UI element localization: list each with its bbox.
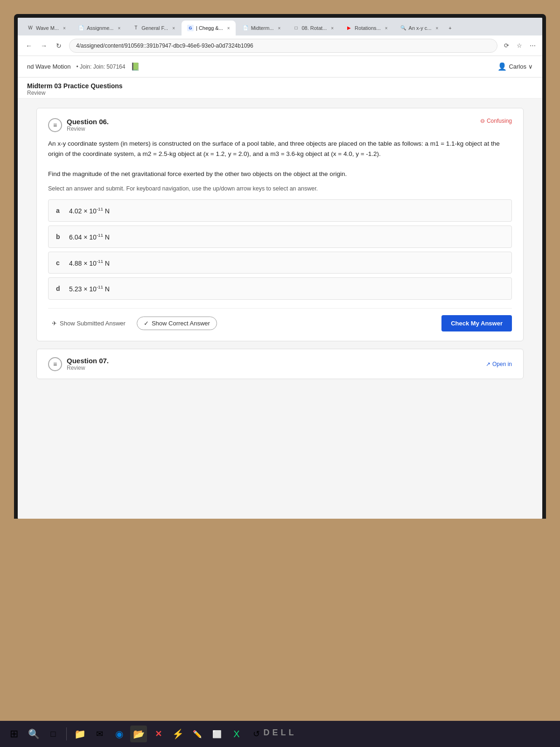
tab-midterm-close[interactable]: × xyxy=(278,26,281,31)
question-06-body: An x-y coordinate system (in meters) is … xyxy=(48,139,512,179)
confusing-badge[interactable]: ⊖ Confusing xyxy=(480,118,512,124)
forward-button[interactable]: → xyxy=(37,39,50,52)
taskbar-search-icon[interactable]: 🔍 xyxy=(25,726,42,742)
tab-wave-close[interactable]: × xyxy=(63,26,66,31)
answer-options: a 4.02 × 10-11 N b 6.04 × 10-11 N xyxy=(48,199,512,300)
question-06-card: ≡ Question 06. Review ⊖ Confusing xyxy=(36,108,524,341)
nav-buttons: ← → ↻ xyxy=(22,39,65,52)
tab-rotat1-label: 08. Rotat... xyxy=(301,25,327,31)
taskbar-folder-icon[interactable]: 📂 xyxy=(130,726,147,742)
question-title-area: ≡ Question 06. Review xyxy=(48,118,109,132)
tab-rotat2[interactable]: ▶ Rotations... × xyxy=(340,21,393,35)
taskbar-windows-icon[interactable]: ⊞ xyxy=(6,726,22,742)
submitted-icon: ✈ xyxy=(52,320,57,327)
address-bar[interactable]: 4/assigned/content/910569::391b7947-dbc9… xyxy=(69,39,497,53)
main-content: ≡ Question 06. Review ⊖ Confusing xyxy=(18,99,542,519)
question-07-icon: ≡ xyxy=(48,357,62,371)
answer-text-a: 4.02 × 10-11 N xyxy=(69,206,110,215)
taskbar-edge-icon[interactable]: ◉ xyxy=(111,726,127,742)
taskbar-refresh-icon[interactable]: ↺ xyxy=(248,726,265,742)
breadcrumb-subtitle: Review xyxy=(27,90,533,96)
tab-rotat1[interactable]: □ 08. Rotat... × xyxy=(287,21,339,35)
show-correct-button[interactable]: ✓ Show Correct Answer xyxy=(137,317,217,330)
tab-assign-label: Assignme... xyxy=(87,25,113,31)
back-button[interactable]: ← xyxy=(22,39,35,52)
new-tab-btn[interactable]: + xyxy=(445,21,459,35)
answer-option-d[interactable]: d 5.23 × 10-11 N xyxy=(48,277,512,300)
settings-icon[interactable]: ⋯ xyxy=(527,41,538,51)
browser-icons: ⟳ ☆ ⋯ xyxy=(501,41,538,51)
question-instruction: Select an answer and submit. For keyboar… xyxy=(48,185,512,192)
rotat1-favicon: □ xyxy=(293,25,299,31)
tab-chegg-close[interactable]: × xyxy=(227,26,230,31)
user-menu[interactable]: 👤 Carlos ∨ xyxy=(497,62,533,71)
check-answer-button[interactable]: Check My Answer xyxy=(441,315,512,331)
taskbar-x-icon[interactable]: ✕ xyxy=(150,726,167,742)
tab-chegg[interactable]: G | Chegg &... × xyxy=(182,21,236,35)
tab-general[interactable]: T General F... × xyxy=(127,21,181,35)
question-07-title-group: Question 07. Review xyxy=(67,357,109,371)
question-06-header: ≡ Question 06. Review ⊖ Confusing xyxy=(48,118,512,132)
show-submitted-label: Show Submitted Answer xyxy=(60,320,126,327)
address-bar-row: ← → ↻ 4/assigned/content/910569::391b794… xyxy=(18,35,542,56)
site-header-right: 👤 Carlos ∨ xyxy=(497,62,533,71)
open-in-button[interactable]: ↗ Open in xyxy=(486,361,512,367)
tab-anxy-close[interactable]: × xyxy=(436,26,439,31)
answer-option-c[interactable]: c 4.88 × 10-11 N xyxy=(48,252,512,274)
answer-text-c: 4.88 × 10-11 N xyxy=(69,259,110,267)
tab-midterm[interactable]: 📄 Midterm... × xyxy=(237,21,287,35)
general-favicon: T xyxy=(133,25,139,31)
anxy-favicon: 🔍 xyxy=(400,25,406,31)
favorites-icon[interactable]: ☆ xyxy=(514,41,525,51)
tab-rotat2-label: Rotations... xyxy=(355,25,381,31)
tab-anxy-label: An x-y c... xyxy=(409,25,432,31)
open-in-icon: ↗ xyxy=(486,361,490,367)
taskbar-office-icon[interactable]: ⬜ xyxy=(209,726,225,742)
taskbar-files-icon[interactable]: 📁 xyxy=(71,726,88,742)
question-07-left: ≡ Question 07. Review xyxy=(48,357,109,371)
question-body-p2: Find the magnitude of the net gravitatio… xyxy=(48,169,512,179)
tab-midterm-label: Midterm... xyxy=(251,25,274,31)
answer-letter-d: d xyxy=(56,285,63,292)
wave-favicon: W xyxy=(27,25,34,31)
tab-general-close[interactable]: × xyxy=(172,26,175,31)
site-header-left: nd Wave Motion • Join: Join: 507164 📗 xyxy=(27,62,140,71)
tab-wave-label: Wave M... xyxy=(36,25,59,31)
address-text: 4/assigned/content/910569::391b7947-dbc9… xyxy=(76,42,253,49)
taskbar-mail-icon[interactable]: ✉ xyxy=(91,726,108,742)
site-header: nd Wave Motion • Join: Join: 507164 📗 👤 … xyxy=(18,56,542,78)
tab-rotat2-close[interactable]: × xyxy=(385,26,388,31)
tab-wave[interactable]: W Wave M... × xyxy=(21,21,71,35)
join-info: • Join: Join: 507164 xyxy=(76,63,125,70)
question-07-card: ≡ Question 07. Review ↗ Open in xyxy=(36,349,524,379)
answer-option-a[interactable]: a 4.02 × 10-11 N xyxy=(48,199,512,222)
confusing-label: Confusing xyxy=(487,118,512,124)
taskbar-excel-icon[interactable]: X xyxy=(228,726,245,742)
open-in-label: Open in xyxy=(492,361,512,367)
show-correct-label: Show Correct Answer xyxy=(152,320,210,327)
refresh-button[interactable]: ↻ xyxy=(52,39,65,52)
extensions-icon[interactable]: ⟳ xyxy=(501,41,511,51)
tab-rotat1-close[interactable]: × xyxy=(331,26,334,31)
chegg-favicon: G xyxy=(187,25,194,31)
action-bar: ✈ Show Submitted Answer ✓ Show Correct A… xyxy=(48,308,512,331)
tab-anxy[interactable]: 🔍 An x-y c... × xyxy=(394,21,444,35)
rotat2-favicon: ▶ xyxy=(346,25,352,31)
user-chevron: ∨ xyxy=(528,63,533,70)
correct-check-icon: ✓ xyxy=(144,320,149,327)
answer-option-b[interactable]: b 6.04 × 10-11 N xyxy=(48,226,512,248)
taskbar-pen-icon[interactable]: ✏️ xyxy=(189,726,206,742)
confusing-icon: ⊖ xyxy=(480,118,485,124)
answer-text-d: 5.23 × 10-11 N xyxy=(69,284,110,293)
course-name: nd Wave Motion xyxy=(27,63,70,70)
taskbar-widgets-icon[interactable]: □ xyxy=(45,726,62,742)
tab-assign-close[interactable]: × xyxy=(118,26,120,31)
show-submitted-button[interactable]: ✈ Show Submitted Answer xyxy=(48,317,129,330)
tab-general-label: General F... xyxy=(141,25,168,31)
assign-favicon: 📄 xyxy=(78,25,84,31)
answer-letter-a: a xyxy=(56,207,63,214)
tab-chegg-label: | Chegg &... xyxy=(196,25,223,31)
taskbar-bolt-icon[interactable]: ⚡ xyxy=(169,726,186,742)
tab-assign[interactable]: 📄 Assignme... × xyxy=(72,21,126,35)
answer-letter-b: b xyxy=(56,233,63,240)
